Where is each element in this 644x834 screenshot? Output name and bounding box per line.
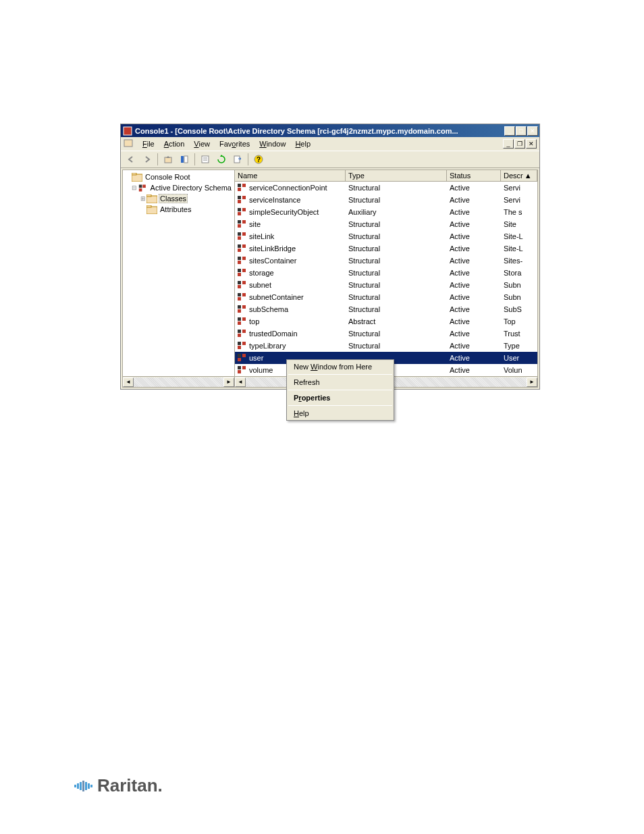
list-scroll-right-button[interactable]: ► bbox=[527, 377, 537, 387]
svg-rect-57 bbox=[242, 330, 246, 333]
list-row[interactable]: subSchema Structural Active SubS bbox=[235, 303, 537, 315]
cell-status: Active bbox=[447, 330, 501, 338]
svg-rect-30 bbox=[242, 220, 246, 224]
svg-rect-60 bbox=[242, 342, 246, 345]
scroll-track[interactable] bbox=[134, 377, 223, 387]
header-status[interactable]: Status bbox=[447, 170, 501, 181]
list-row[interactable]: simpleSecurityObject Auxiliary Active Th… bbox=[235, 206, 537, 218]
titlebar[interactable]: Console1 - [Console Root\Active Director… bbox=[121, 124, 539, 137]
list-row[interactable]: storage Structural Active Stora bbox=[235, 267, 537, 279]
list-row[interactable]: trustedDomain Structural Active Trust bbox=[235, 328, 537, 340]
svg-rect-36 bbox=[242, 244, 246, 248]
cell-name: serviceConnectionPoint bbox=[235, 184, 346, 192]
scroll-left-button[interactable]: ◄ bbox=[123, 377, 134, 387]
tree-attributes[interactable]: Attributes bbox=[124, 204, 233, 215]
refresh-button[interactable] bbox=[214, 152, 229, 167]
cell-type: Structural bbox=[346, 184, 447, 192]
svg-text:?: ? bbox=[257, 156, 261, 163]
svg-rect-65 bbox=[238, 366, 241, 369]
svg-rect-45 bbox=[242, 281, 246, 284]
child-close-button[interactable]: ✕ bbox=[526, 139, 537, 149]
ctx-new-window[interactable]: New Window from Here bbox=[287, 360, 394, 373]
cell-name: siteLinkBridge bbox=[235, 244, 346, 253]
cell-status: Active bbox=[447, 354, 501, 362]
cell-desc: Volun bbox=[501, 366, 537, 374]
ctx-properties[interactable]: Properties bbox=[287, 391, 394, 405]
class-icon bbox=[238, 366, 247, 374]
cell-status: Active bbox=[447, 220, 501, 228]
tree-classes[interactable]: ⊞ Classes bbox=[124, 193, 233, 204]
list-row[interactable]: serviceConnectionPoint Structural Active… bbox=[235, 182, 537, 194]
header-description[interactable]: Descr▲ bbox=[501, 170, 537, 181]
cell-status: Active bbox=[447, 244, 501, 253]
svg-rect-3 bbox=[181, 156, 184, 163]
list-row[interactable]: typeLibrary Structural Active Type bbox=[235, 340, 537, 352]
class-icon bbox=[238, 269, 247, 277]
svg-rect-17 bbox=[146, 194, 151, 197]
cell-name: site bbox=[235, 220, 346, 228]
list-row[interactable]: site Structural Active Site bbox=[235, 218, 537, 230]
svg-rect-52 bbox=[238, 309, 241, 313]
svg-rect-23 bbox=[238, 196, 241, 199]
svg-rect-64 bbox=[238, 358, 241, 361]
svg-rect-22 bbox=[238, 188, 241, 191]
show-hide-button[interactable] bbox=[177, 152, 192, 167]
help-button[interactable]: ? bbox=[251, 152, 266, 167]
child-minimize-button[interactable]: _ bbox=[503, 139, 514, 149]
cell-type: Structural bbox=[346, 220, 447, 228]
forward-button[interactable] bbox=[140, 152, 155, 167]
svg-rect-53 bbox=[238, 317, 241, 321]
cell-type: Structural bbox=[346, 244, 447, 253]
scroll-right-button[interactable]: ► bbox=[223, 377, 234, 387]
svg-rect-8 bbox=[234, 156, 240, 163]
list-body[interactable]: serviceConnectionPoint Structural Active… bbox=[235, 182, 537, 376]
back-button[interactable] bbox=[124, 152, 138, 167]
tree-ad-schema[interactable]: ⊟ Active Directory Schema bbox=[124, 182, 233, 193]
cell-desc: SubS bbox=[501, 305, 537, 313]
console-tree[interactable]: Console Root ⊟ Active Directory Schema ⊞… bbox=[123, 170, 234, 376]
list-row[interactable]: subnetContainer Structural Active Subn bbox=[235, 291, 537, 303]
cell-type: Structural bbox=[346, 232, 447, 240]
svg-rect-72 bbox=[85, 782, 87, 790]
tree-panel: Console Root ⊟ Active Directory Schema ⊞… bbox=[123, 170, 235, 387]
list-row[interactable]: siteLink Structural Active Site-L bbox=[235, 230, 537, 242]
menu-action[interactable]: Action bbox=[160, 138, 189, 149]
list-row[interactable]: siteLinkBridge Structural Active Site-L bbox=[235, 242, 537, 255]
header-type[interactable]: Type bbox=[346, 170, 447, 181]
ctx-help[interactable]: Help bbox=[287, 407, 394, 420]
svg-rect-58 bbox=[238, 334, 241, 337]
export-button[interactable] bbox=[230, 152, 245, 167]
maximize-button[interactable]: □ bbox=[516, 126, 527, 136]
child-restore-button[interactable]: ❐ bbox=[514, 139, 525, 149]
list-row[interactable]: subnet Structural Active Subn bbox=[235, 279, 537, 291]
cell-status: Active bbox=[447, 293, 501, 301]
close-button[interactable]: ✕ bbox=[527, 126, 538, 136]
menu-help[interactable]: Help bbox=[291, 138, 315, 149]
menu-file[interactable]: File bbox=[138, 138, 159, 149]
menu-view[interactable]: View bbox=[190, 138, 214, 149]
svg-rect-13 bbox=[139, 184, 142, 188]
class-icon bbox=[238, 208, 247, 216]
menubar: File Action View Favorites Window Help _… bbox=[121, 137, 539, 151]
list-row[interactable]: serviceInstance Structural Active Servi bbox=[235, 194, 537, 206]
up-button[interactable] bbox=[161, 152, 176, 167]
list-scroll-left-button[interactable]: ◄ bbox=[235, 377, 246, 387]
svg-rect-0 bbox=[124, 127, 132, 135]
ctx-refresh[interactable]: Refresh bbox=[287, 375, 394, 389]
header-name[interactable]: Name bbox=[235, 170, 346, 181]
list-row[interactable]: sitesContainer Structural Active Sites- bbox=[235, 255, 537, 267]
svg-rect-14 bbox=[142, 184, 146, 188]
properties-button[interactable] bbox=[198, 152, 213, 167]
list-row[interactable]: top Abstract Active Top bbox=[235, 315, 537, 328]
class-icon bbox=[238, 305, 247, 313]
class-icon bbox=[238, 354, 247, 362]
svg-rect-24 bbox=[242, 196, 246, 199]
child-window-controls: _ ❐ ✕ bbox=[503, 139, 537, 149]
menu-window[interactable]: Window bbox=[255, 138, 290, 149]
tree-console-root[interactable]: Console Root bbox=[124, 172, 233, 182]
tree-hscrollbar[interactable]: ◄ ► bbox=[123, 376, 234, 387]
minimize-button[interactable]: _ bbox=[504, 126, 515, 136]
menu-favorites[interactable]: Favorites bbox=[215, 138, 254, 149]
cell-type: Structural bbox=[346, 269, 447, 277]
console-icon bbox=[124, 138, 134, 149]
